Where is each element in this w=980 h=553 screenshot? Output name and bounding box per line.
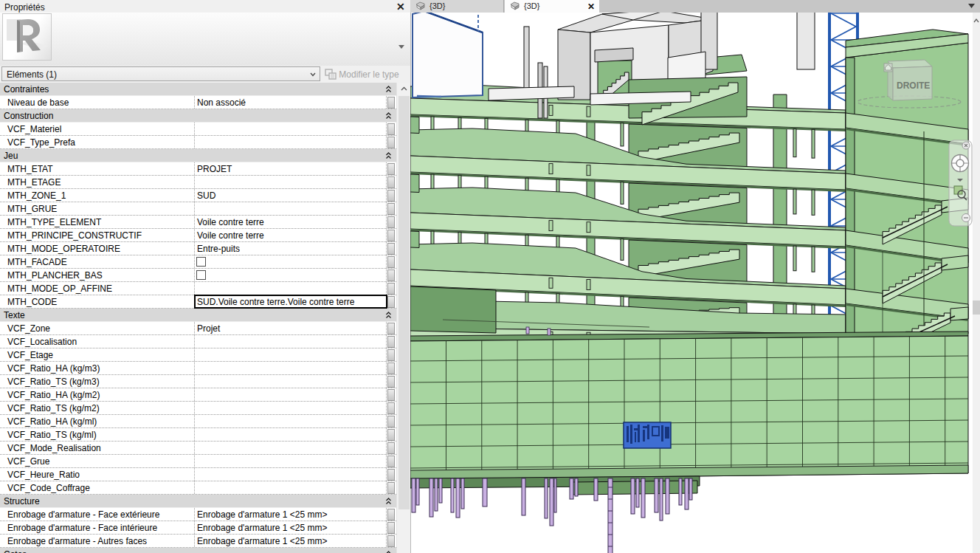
svg-text:DROITE: DROITE xyxy=(897,80,930,91)
